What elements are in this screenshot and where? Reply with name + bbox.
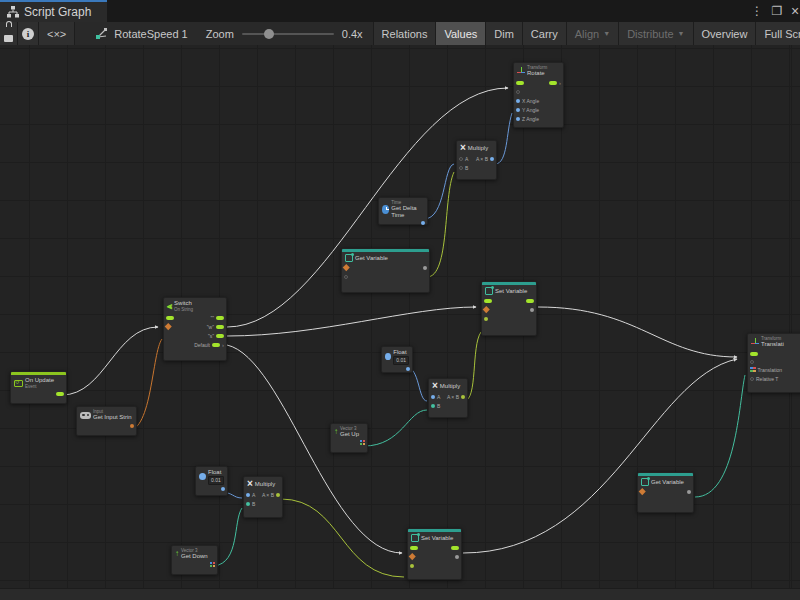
variable-icon [641,478,649,486]
a-port[interactable] [459,157,463,161]
delta-time-out-port[interactable] [421,221,425,225]
relative-to-port[interactable] [750,377,754,381]
fallback-port[interactable] [344,275,348,279]
b-port[interactable] [459,166,463,170]
title-bar: Script Graph ⋮ ❐ × [0,0,800,22]
vector3-out-port[interactable] [360,440,366,446]
graph-nav-button[interactable]: <×> [39,22,75,45]
up-arrow-icon: ↑ [334,428,338,436]
exec-out-port[interactable] [56,392,64,396]
a-port[interactable] [246,493,250,497]
z-angle-port[interactable] [516,117,520,121]
node-get-delta-time[interactable]: Time Get Delta Time [378,197,428,225]
float-out-port[interactable] [406,367,410,371]
chevron-down-icon: ▼ [603,30,610,37]
exec-in-port[interactable] [750,352,758,356]
result-port[interactable] [490,157,494,161]
fullscreen-button[interactable]: Full Screen [756,22,800,45]
node-get-variable-bottom[interactable]: Get Variable [637,472,694,513]
node-multiply-bottom[interactable]: × Multiply A A × B B [243,476,283,518]
exec-in-port[interactable] [166,316,174,320]
port-arrow-icon: › [222,342,224,348]
name-port[interactable] [343,264,349,270]
node-rotate[interactable]: Transform Rotate › X Angle Y Angle Z Ang… [513,62,564,128]
node-on-update[interactable]: On Update Event [10,371,67,404]
node-set-variable-bottom[interactable]: Set Variable [407,528,462,580]
value-in-port[interactable] [484,317,488,321]
exec-out-port[interactable] [526,299,534,303]
value-in-port[interactable] [410,564,414,568]
vector3-out-port[interactable] [210,562,216,568]
overview-button[interactable]: Overview [694,22,757,45]
exec-in-port[interactable] [410,546,418,550]
y-angle-port[interactable] [516,108,520,112]
node-translate[interactable]: Transform Translati Translation Relative… [747,333,800,393]
zoom-slider[interactable] [242,33,334,35]
result-port[interactable] [276,493,280,497]
b-port[interactable] [246,502,250,506]
float-icon [199,473,206,480]
multiply-icon: × [460,143,466,153]
distribute-dropdown[interactable]: Distribute ▼ [619,22,693,45]
value-out-port[interactable] [687,490,691,494]
node-get-variable-top[interactable]: Get Variable [341,248,430,293]
graph-nav-icon: <×> [47,28,66,40]
node-get-up[interactable]: ↑ Vector 3 Get Up [330,423,368,453]
exec-in-port[interactable] [516,81,524,85]
node-float-bottom[interactable]: Float 0.01 [195,466,228,496]
node-float-top[interactable]: Float 0.01 [381,346,413,373]
case1-out-port[interactable] [216,316,224,320]
lock-button[interactable] [0,22,18,45]
graph-reference[interactable]: RotateSpeed 1 [87,22,195,45]
case2-out-port[interactable] [216,325,224,329]
relations-button[interactable]: Relations [373,22,437,45]
node-get-down[interactable]: ↑ Vector 3 Get Down [171,545,218,575]
x-angle-port[interactable] [516,99,520,103]
zoom-control: Zoom 0.4x [196,22,373,45]
node-multiply-mid[interactable]: × Multiply A A × B B [428,378,468,418]
name-port[interactable] [483,306,489,312]
name-port[interactable] [409,553,415,559]
node-switch[interactable]: ⪡ Switch On String "" "w" "s" Default › [163,297,227,361]
graph-ref-label: RotateSpeed 1 [114,28,187,40]
float-value-field[interactable]: 0.01 [208,476,224,485]
value-out-port[interactable] [423,266,427,270]
float-value-field[interactable]: 0.01 [393,356,409,365]
multiply-icon: × [247,479,253,489]
result-port[interactable] [461,395,465,399]
toolbar: i <×> RotateSpeed 1 Zoom 0.4x Relations … [0,22,800,46]
selector-port[interactable] [165,323,171,329]
float-out-port[interactable] [221,487,225,491]
float-icon [385,353,391,360]
maximize-icon[interactable]: ❐ [768,0,786,22]
string-out-port[interactable] [130,424,134,428]
node-set-variable-top[interactable]: Set Variable [481,281,537,336]
value-out-port[interactable] [530,308,534,312]
carry-button[interactable]: Carry [523,22,567,45]
case3-out-port[interactable] [216,334,224,338]
exec-out-port[interactable] [451,546,459,550]
variable-icon [485,287,493,295]
exec-out-port[interactable] [549,81,557,85]
align-dropdown[interactable]: Align ▼ [567,22,619,45]
translation-port[interactable] [750,367,756,373]
value-out-port[interactable] [455,555,459,559]
tab-script-graph[interactable]: Script Graph [0,0,107,22]
port-arrow-icon: › [559,80,561,86]
node-get-input-string[interactable]: Input Get Input Strin [76,406,137,436]
exec-in-port[interactable] [484,299,492,303]
zoom-slider-handle[interactable] [264,29,274,39]
window-menu-icon[interactable]: ⋮ [748,0,766,22]
dim-button[interactable]: Dim [486,22,523,45]
close-icon[interactable]: × [786,0,800,22]
b-port[interactable] [431,404,435,408]
target-port[interactable] [516,90,520,94]
variable-icon [411,534,419,542]
a-port[interactable] [431,395,435,399]
target-port[interactable] [750,360,754,364]
name-port[interactable] [639,488,645,494]
values-button[interactable]: Values [436,22,486,45]
default-out-port[interactable] [212,343,220,347]
node-multiply-top[interactable]: × Multiply A A × B B [456,140,497,180]
info-button[interactable]: i [18,22,39,45]
